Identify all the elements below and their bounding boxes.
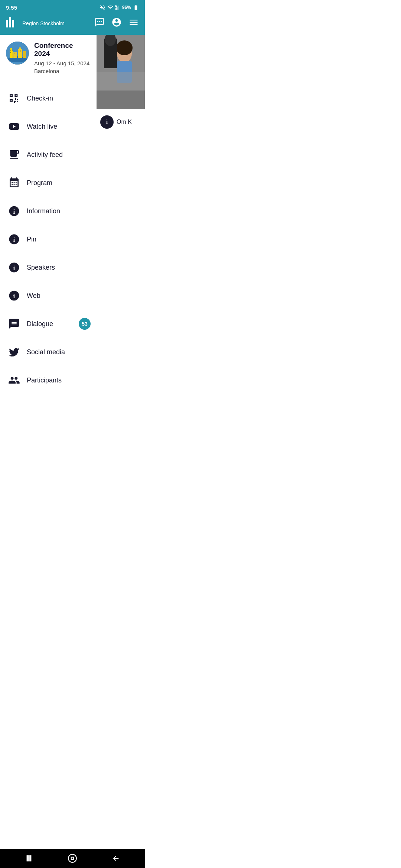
conference-dates: Aug 12 - Aug 15, 2024 xyxy=(34,59,91,67)
menu-item-program[interactable]: Program xyxy=(0,169,97,197)
svg-rect-5 xyxy=(9,17,11,27)
participants-label: Participants xyxy=(27,377,62,384)
info-row-text: Om K xyxy=(117,119,132,125)
svg-rect-6 xyxy=(12,20,14,27)
hamburger-menu-icon[interactable] xyxy=(128,17,139,30)
main-content: Conference 2024 Aug 12 - Aug 15, 2024 Ba… xyxy=(0,35,145,397)
chat-icon[interactable] xyxy=(94,17,105,30)
app-header: Region Stockholm xyxy=(0,13,145,35)
conference-title: Conference 2024 xyxy=(34,42,91,58)
speakers-info-icon: i xyxy=(6,259,22,276)
profile-icon[interactable] xyxy=(111,17,122,30)
svg-rect-16 xyxy=(19,47,21,50)
svg-rect-30 xyxy=(14,182,15,183)
svg-rect-14 xyxy=(13,52,17,58)
menu-item-watch-live[interactable]: Watch live xyxy=(0,112,97,141)
pin-label: Pin xyxy=(27,236,36,243)
logo-text: Region Stockholm xyxy=(22,20,65,26)
menu-list: Check-in Watch live xyxy=(0,81,97,397)
svg-rect-25 xyxy=(19,52,19,52)
activity-feed-label: Activity feed xyxy=(27,151,63,159)
wifi-icon xyxy=(107,4,113,10)
program-label: Program xyxy=(27,179,52,187)
svg-point-46 xyxy=(116,40,133,55)
conference-location: Barcelona xyxy=(34,67,91,75)
svg-rect-20 xyxy=(10,52,11,53)
menu-item-speakers[interactable]: i Speakers xyxy=(0,253,97,282)
svg-rect-49 xyxy=(97,91,145,109)
svg-point-7 xyxy=(97,21,98,22)
menu-item-pin[interactable]: i Pin xyxy=(0,225,97,253)
info-icon: i xyxy=(100,115,114,129)
info-row[interactable]: i Om K xyxy=(97,109,145,135)
svg-rect-31 xyxy=(16,182,17,183)
conference-avatar xyxy=(6,42,29,65)
svg-point-9 xyxy=(101,21,102,22)
web-label: Web xyxy=(27,292,40,300)
left-panel: Conference 2024 Aug 12 - Aug 15, 2024 Ba… xyxy=(0,35,97,397)
svg-rect-3 xyxy=(118,6,118,10)
svg-rect-32 xyxy=(12,184,13,185)
battery-icon xyxy=(133,4,139,10)
signal-icon xyxy=(115,4,120,10)
svg-rect-2 xyxy=(117,7,117,10)
svg-rect-13 xyxy=(10,48,12,50)
svg-rect-34 xyxy=(16,184,17,185)
right-panel: i Om K xyxy=(97,35,145,397)
logo-icon xyxy=(6,17,19,30)
svg-rect-23 xyxy=(19,50,19,50)
svg-rect-29 xyxy=(12,182,13,183)
menu-item-participants[interactable]: Participants xyxy=(0,366,97,394)
menu-item-web[interactable]: i Web xyxy=(0,282,97,310)
menu-item-social-media[interactable]: Social media xyxy=(0,338,97,366)
svg-text:i: i xyxy=(13,293,15,300)
menu-item-information[interactable]: i Information xyxy=(0,197,97,225)
information-label: Information xyxy=(27,207,60,215)
svg-rect-33 xyxy=(14,184,15,185)
menu-item-activity-feed[interactable]: Activity feed xyxy=(0,141,97,169)
conference-details: Conference 2024 Aug 12 - Aug 15, 2024 Ba… xyxy=(34,42,91,75)
twitter-icon xyxy=(6,344,22,360)
svg-rect-17 xyxy=(23,51,26,58)
svg-text:i: i xyxy=(13,236,15,243)
youtube-icon xyxy=(6,118,22,135)
qr-icon xyxy=(6,90,22,106)
svg-rect-19 xyxy=(12,50,13,51)
svg-rect-22 xyxy=(16,53,16,53)
dialogue-icon xyxy=(6,316,22,332)
info-circle-icon: i xyxy=(6,203,22,219)
logo: Region Stockholm xyxy=(6,17,65,30)
status-icons: 96% xyxy=(100,4,139,10)
status-time: 9:55 xyxy=(6,4,17,11)
svg-text:i: i xyxy=(13,264,15,272)
dialogue-badge: 53 xyxy=(79,318,91,330)
menu-item-check-in[interactable]: Check-in xyxy=(0,84,97,112)
svg-rect-50 xyxy=(97,72,145,91)
svg-rect-24 xyxy=(20,50,21,50)
conference-image xyxy=(97,35,145,109)
svg-rect-27 xyxy=(11,152,14,153)
dialogue-label: Dialogue xyxy=(27,320,53,328)
battery-text: 96% xyxy=(122,5,131,10)
svg-rect-1 xyxy=(116,7,117,10)
check-in-label: Check-in xyxy=(27,95,53,102)
svg-rect-28 xyxy=(11,154,16,155)
watch-live-label: Watch live xyxy=(27,123,57,131)
svg-rect-4 xyxy=(6,20,8,27)
svg-rect-21 xyxy=(14,53,15,53)
svg-rect-18 xyxy=(10,50,11,51)
web-info-icon: i xyxy=(6,287,22,304)
newspaper-icon xyxy=(6,147,22,163)
social-media-label: Social media xyxy=(27,348,65,356)
header-actions xyxy=(94,17,139,30)
svg-rect-26 xyxy=(20,52,21,52)
calendar-icon xyxy=(6,175,22,191)
svg-point-8 xyxy=(99,21,100,22)
conference-info: Conference 2024 Aug 12 - Aug 15, 2024 Ba… xyxy=(0,35,97,81)
svg-text:i: i xyxy=(13,208,15,215)
pin-info-icon: i xyxy=(6,231,22,247)
menu-item-dialogue[interactable]: Dialogue 53 xyxy=(0,310,97,338)
speakers-label: Speakers xyxy=(27,264,55,272)
mute-icon xyxy=(100,4,105,10)
status-bar: 9:55 96% xyxy=(0,0,145,13)
